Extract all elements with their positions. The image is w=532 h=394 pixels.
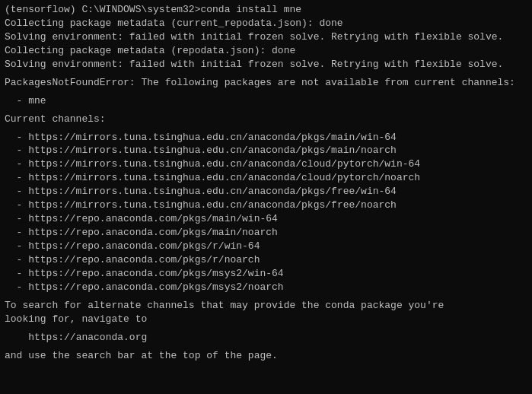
terminal-line: - https://mirrors.tuna.tsinghua.edu.cn/a… <box>5 185 527 199</box>
terminal-line: PackagesNotFoundError: The following pac… <box>5 76 527 90</box>
terminal-line: - https://repo.anaconda.com/pkgs/msys2/n… <box>5 281 527 294</box>
terminal-line: - https://repo.anaconda.com/pkgs/main/wi… <box>5 212 527 226</box>
terminal-line: - https://repo.anaconda.com/pkgs/r/noarc… <box>5 253 527 267</box>
terminal-line: To search for alternate channels that ma… <box>5 299 527 313</box>
terminal-line: - https://mirrors.tuna.tsinghua.edu.cn/a… <box>5 157 527 171</box>
terminal-line: - https://repo.anaconda.com/pkgs/main/no… <box>5 226 527 240</box>
terminal-line: https://anaconda.org <box>5 331 527 345</box>
terminal-line: Current channels: <box>5 113 527 126</box>
terminal-line: - mne <box>5 94 527 108</box>
terminal-line: Collecting package metadata (current_rep… <box>5 17 527 30</box>
terminal-line: - https://repo.anaconda.com/pkgs/r/win-6… <box>5 240 527 253</box>
terminal-line: - https://mirrors.tuna.tsinghua.edu.cn/a… <box>5 171 527 185</box>
terminal-line: Solving environment: failed with initial… <box>5 58 527 71</box>
terminal-line: - https://mirrors.tuna.tsinghua.edu.cn/a… <box>5 144 527 157</box>
terminal-line: (tensorflow) C:\WINDOWS\system32>conda i… <box>5 3 527 17</box>
terminal-line: Collecting package metadata (repodata.js… <box>5 44 527 58</box>
terminal-line: - https://mirrors.tuna.tsinghua.edu.cn/a… <box>5 199 527 212</box>
terminal-line: - https://repo.anaconda.com/pkgs/msys2/w… <box>5 267 527 281</box>
terminal-line: Solving environment: failed with initial… <box>5 30 527 44</box>
terminal-line: and use the search bar at the top of the… <box>5 349 527 363</box>
terminal-window: (tensorflow) C:\WINDOWS\system32>conda i… <box>0 0 532 394</box>
terminal-line: looking for, navigate to <box>5 313 527 326</box>
terminal-line: - https://mirrors.tuna.tsinghua.edu.cn/a… <box>5 131 527 145</box>
